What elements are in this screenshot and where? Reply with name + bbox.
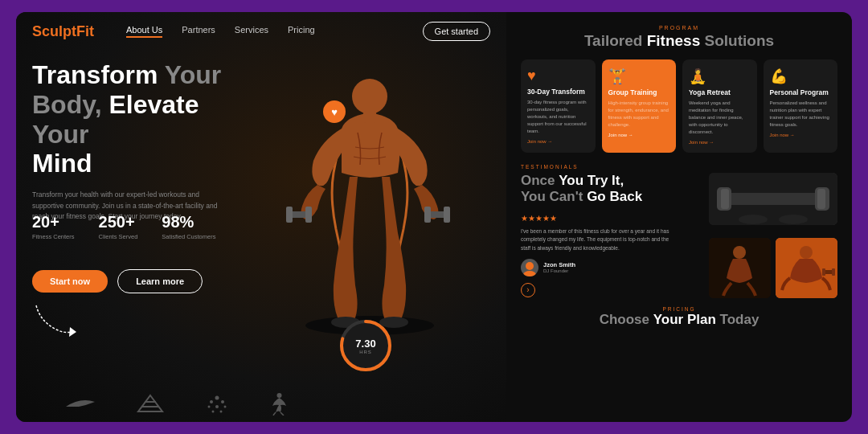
svg-point-36: [779, 215, 808, 224]
heart-icon-bubble: ♥: [323, 100, 346, 123]
svg-rect-33: [721, 189, 729, 209]
stat-clients-served: 250+ Clients Served: [99, 213, 138, 240]
svg-point-20: [221, 400, 224, 403]
stats-row: 20+ Fitness Centers 250+ Clients Served …: [32, 213, 215, 240]
card-personal-program[interactable]: 💪 Personal Program Personalized wellness…: [764, 59, 838, 153]
program-tag: PROGRAM: [521, 25, 837, 31]
svg-rect-34: [817, 189, 825, 209]
reviewer-info: Jzon Smith DJ Founder: [521, 259, 701, 276]
svg-rect-5: [424, 207, 431, 223]
reviewer-avatar: [521, 259, 538, 276]
right-panel: PROGRAM Tailored Fitness Solutions ♥ 30-…: [506, 12, 852, 422]
reviewer-details: Jzon Smith DJ Founder: [543, 261, 575, 273]
svg-point-19: [210, 400, 213, 403]
hero-title: Transform Your Body, Elevate Your Mind: [32, 60, 257, 178]
service-cards: ♥ 30-Day Transform 30-day fitness progra…: [521, 59, 837, 153]
arrow-decoration: [32, 301, 80, 346]
svg-rect-2: [286, 207, 293, 223]
section-title: Tailored Fitness Solutions: [521, 32, 837, 50]
logo: SculptFit: [32, 23, 94, 40]
card-icon-personal: 💪: [770, 68, 832, 85]
navbar: SculptFit About Us Partners Services Pri…: [16, 12, 506, 51]
svg-rect-42: [822, 268, 825, 276]
fitbit-logo: [205, 394, 229, 414]
svg-rect-6: [444, 207, 450, 223]
pricing-section: PRICING Choose Your Plan Today: [521, 306, 837, 328]
stat-fitness-centers: 20+ Fitness Centers: [32, 213, 75, 240]
testimonials-label: TESTIMONIALS: [521, 164, 837, 170]
svg-rect-3: [305, 207, 312, 223]
svg-point-35: [739, 215, 768, 224]
svg-rect-43: [832, 268, 835, 276]
svg-rect-10: [363, 111, 376, 123]
card-icon-heart: ♥: [527, 68, 589, 84]
testimonial-heading: Once You Try It, You Can't Go Back: [521, 173, 701, 206]
gym-photo-workout: [776, 238, 837, 298]
nav-link-services[interactable]: Services: [235, 25, 268, 38]
svg-point-40: [800, 246, 813, 259]
nav-link-pricing[interactable]: Pricing: [288, 25, 315, 38]
timer-circle: 7.30 HRS: [338, 317, 394, 374]
nike-logo: [64, 395, 96, 411]
cta-buttons: Start now Learn more: [32, 269, 203, 293]
svg-rect-30: [725, 193, 821, 205]
testimonials-section: TESTIMONIALS Once You Try It, You Can't …: [521, 164, 837, 298]
svg-point-23: [224, 405, 227, 407]
athlete-figure: [265, 36, 474, 342]
testimonial-content: Once You Try It, You Can't Go Back ★★★★★…: [521, 173, 701, 298]
svg-point-18: [215, 395, 219, 399]
learn-more-button[interactable]: Learn more: [117, 269, 203, 293]
get-started-button[interactable]: Get started: [423, 22, 490, 41]
svg-point-27: [526, 262, 534, 270]
svg-point-25: [220, 410, 223, 412]
svg-point-9: [352, 79, 387, 114]
star-rating: ★★★★★: [521, 214, 701, 223]
svg-point-24: [212, 410, 215, 412]
svg-marker-11: [69, 327, 76, 337]
left-panel: SculptFit About Us Partners Services Pri…: [16, 12, 506, 422]
svg-point-26: [277, 393, 282, 398]
testimonial-row: Once You Try It, You Can't Go Back ★★★★★…: [521, 173, 837, 298]
svg-point-22: [215, 405, 219, 408]
card-30day-transform[interactable]: ♥ 30-Day Transform 30-day fitness progra…: [521, 59, 596, 153]
card-group-training[interactable]: 🏋 Group Training High-intensity group tr…: [602, 59, 677, 153]
gym-photo-squat: [709, 238, 771, 298]
nav-link-partners[interactable]: Partners: [182, 25, 215, 38]
card-yoga-retreat[interactable]: 🧘 Yoga Retreat Weekend yoga and meditati…: [682, 59, 757, 153]
brand-logos: [64, 391, 289, 416]
card-icon-barbell: 🏋: [608, 68, 670, 85]
svg-point-28: [523, 271, 536, 276]
testimonial-nav-button[interactable]: ›: [521, 283, 535, 297]
photos-grid: [709, 173, 837, 298]
card-icon-yoga: 🧘: [689, 68, 751, 85]
adidas-logo: [137, 394, 165, 414]
hero-content: Transform Your Body, Elevate Your Mind T…: [32, 60, 257, 223]
jordan-logo: [269, 391, 289, 416]
nav-links: About Us Partners Services Pricing: [126, 25, 423, 38]
svg-point-21: [208, 405, 211, 407]
stat-satisfied-customers: 98% Satisfied Customers: [162, 213, 215, 240]
svg-marker-14: [138, 395, 162, 411]
gym-photo-barbell: [709, 173, 837, 225]
nav-link-about[interactable]: About Us: [126, 25, 162, 38]
svg-point-38: [733, 246, 746, 259]
pricing-title: Choose Your Plan Today: [521, 312, 837, 328]
pricing-tag: PRICING: [521, 306, 837, 312]
timer-display: 7.30 HRS: [355, 338, 375, 354]
start-now-button[interactable]: Start now: [32, 270, 108, 293]
testimonial-body: I've been a member of this fitness club …: [521, 227, 674, 252]
